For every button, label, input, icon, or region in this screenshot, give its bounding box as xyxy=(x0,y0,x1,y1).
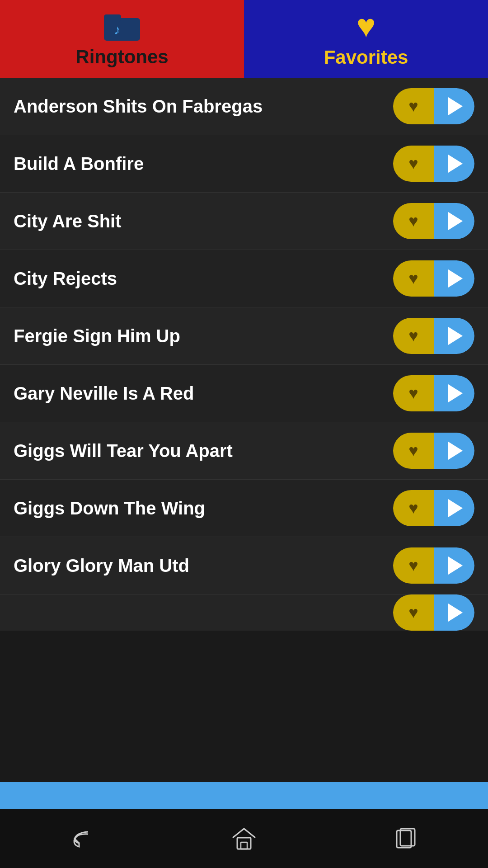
favorite-button[interactable]: ♥ xyxy=(393,433,434,469)
item-title: Giggs Will Tear You Apart xyxy=(14,441,393,461)
play-icon xyxy=(448,97,463,115)
play-button[interactable] xyxy=(434,146,474,182)
play-icon xyxy=(448,327,463,345)
home-button[interactable] xyxy=(221,821,267,857)
play-button[interactable] xyxy=(434,318,474,354)
recent-apps-button[interactable] xyxy=(384,821,429,857)
favorite-button[interactable]: ♥ xyxy=(393,318,434,354)
action-pill: ♥ xyxy=(393,203,474,239)
play-button[interactable] xyxy=(434,594,474,631)
item-title: Fergie Sign Him Up xyxy=(14,326,393,346)
play-button[interactable] xyxy=(434,375,474,411)
play-button[interactable] xyxy=(434,547,474,584)
item-title: Gary Neville Is A Red xyxy=(14,383,393,404)
favorite-button[interactable]: ♥ xyxy=(393,547,434,584)
svg-text:♪: ♪ xyxy=(114,22,121,37)
nav-bar xyxy=(0,809,488,868)
heart-icon: ♥ xyxy=(408,97,418,116)
list-item: Giggs Down The Wing ♥ xyxy=(0,480,488,537)
action-pill-partial: ♥ xyxy=(393,594,474,631)
heart-icon: ♥ xyxy=(408,326,418,345)
play-icon xyxy=(448,212,463,230)
play-button[interactable] xyxy=(434,88,474,124)
favorite-button[interactable]: ♥ xyxy=(393,594,434,631)
item-title: Build A Bonfire xyxy=(14,154,393,174)
favorite-button[interactable]: ♥ xyxy=(393,260,434,297)
action-pill: ♥ xyxy=(393,547,474,584)
play-icon xyxy=(448,384,463,402)
item-title: City Are Shit xyxy=(14,211,393,231)
action-pill: ♥ xyxy=(393,260,474,297)
play-icon xyxy=(448,269,463,288)
back-icon xyxy=(68,825,95,852)
item-title: Anderson Shits On Fabregas xyxy=(14,96,393,117)
favorite-button[interactable]: ♥ xyxy=(393,203,434,239)
favorite-button[interactable]: ♥ xyxy=(393,146,434,182)
folder-music-icon: ♪ xyxy=(104,10,140,42)
action-pill: ♥ xyxy=(393,146,474,182)
play-button[interactable] xyxy=(434,433,474,469)
play-button[interactable] xyxy=(434,260,474,297)
list-item: Gary Neville Is A Red ♥ xyxy=(0,365,488,422)
list-item: City Are Shit ♥ xyxy=(0,193,488,250)
heart-icon: ♥ xyxy=(408,154,418,173)
play-icon xyxy=(448,155,463,173)
recent-apps-icon xyxy=(393,825,420,852)
play-icon xyxy=(448,442,463,460)
heart-icon: ♥ xyxy=(408,384,418,403)
svg-rect-3 xyxy=(237,838,251,849)
heart-icon: ♥ xyxy=(408,212,418,231)
back-button[interactable] xyxy=(59,821,104,857)
heart-icon: ♥ xyxy=(408,499,418,518)
heart-icon: ♥ xyxy=(408,269,418,288)
action-pill: ♥ xyxy=(393,88,474,124)
svg-rect-4 xyxy=(241,842,247,849)
blue-strip xyxy=(0,782,488,809)
favorite-button[interactable]: ♥ xyxy=(393,88,434,124)
list-item: Giggs Will Tear You Apart ♥ xyxy=(0,422,488,480)
play-icon xyxy=(448,604,463,622)
svg-rect-6 xyxy=(400,829,415,846)
heart-icon: ♥ xyxy=(408,441,418,460)
item-title: City Rejects xyxy=(14,269,393,289)
list-item: Anderson Shits On Fabregas ♥ xyxy=(0,78,488,135)
favorites-heart-icon: ♥ xyxy=(357,9,376,42)
favorite-button[interactable]: ♥ xyxy=(393,490,434,526)
action-pill: ♥ xyxy=(393,433,474,469)
home-icon xyxy=(230,825,258,852)
list-item-partial: ♥ xyxy=(0,594,488,631)
play-button[interactable] xyxy=(434,490,474,526)
heart-icon: ♥ xyxy=(408,556,418,575)
play-icon xyxy=(448,557,463,575)
item-title: Giggs Down The Wing xyxy=(14,498,393,519)
action-pill: ♥ xyxy=(393,318,474,354)
tab-favorites[interactable]: ♥ Favorites xyxy=(244,0,488,78)
tab-ringtones[interactable]: ♪ Ringtones xyxy=(0,0,244,78)
list-item: City Rejects ♥ xyxy=(0,250,488,307)
list-item: Fergie Sign Him Up ♥ xyxy=(0,307,488,365)
item-title: Glory Glory Man Utd xyxy=(14,556,393,576)
svg-rect-1 xyxy=(104,14,121,22)
list-item: Build A Bonfire ♥ xyxy=(0,135,488,193)
header: ♪ Ringtones ♥ Favorites xyxy=(0,0,488,78)
play-icon xyxy=(448,499,463,517)
action-pill: ♥ xyxy=(393,490,474,526)
list-item: Glory Glory Man Utd ♥ xyxy=(0,537,488,594)
favorite-button[interactable]: ♥ xyxy=(393,375,434,411)
action-pill: ♥ xyxy=(393,375,474,411)
play-button[interactable] xyxy=(434,203,474,239)
ringtones-tab-label: Ringtones xyxy=(75,46,168,68)
ringtones-list: Anderson Shits On Fabregas ♥ Build A Bon… xyxy=(0,78,488,782)
heart-icon: ♥ xyxy=(408,603,418,622)
svg-rect-5 xyxy=(397,830,411,848)
favorites-tab-label: Favorites xyxy=(324,47,408,68)
